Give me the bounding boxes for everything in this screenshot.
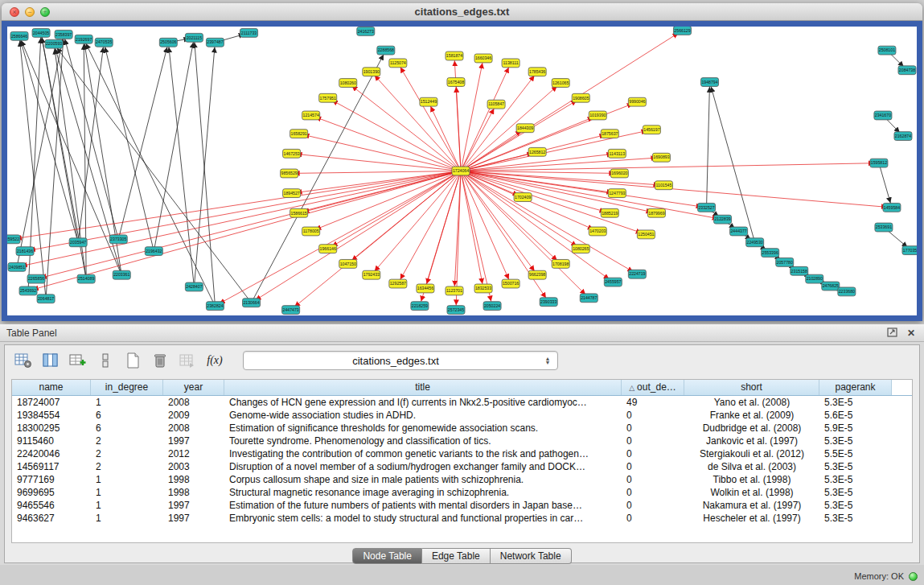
table-cell-title[interactable]: Investigating the contribution of common… xyxy=(224,447,622,460)
table-cell-out_de[interactable]: 0 xyxy=(622,486,684,499)
table-row[interactable]: 946362711997Embryonic stem cells: a mode… xyxy=(12,512,912,525)
column-header-year[interactable]: year xyxy=(163,380,224,395)
graph-node[interactable]: 2265856 xyxy=(27,274,45,283)
table-cell-short[interactable]: Wolkin et al. (1998) xyxy=(684,486,819,499)
graph-node[interactable]: 2224719 xyxy=(628,270,646,278)
graph-node[interactable]: 2476825 xyxy=(822,282,840,290)
graph-node[interactable]: 2050224 xyxy=(483,302,501,311)
table-cell-year[interactable]: 2008 xyxy=(163,396,224,409)
table-cell-short[interactable]: Tibbo et al. (1998) xyxy=(684,473,819,486)
table-cell-in_degree[interactable]: 1 xyxy=(91,473,163,486)
tab-node-table[interactable]: Node Table xyxy=(352,548,422,564)
table-cell-in_degree[interactable]: 6 xyxy=(91,422,163,435)
graph-node[interactable]: 2514089 xyxy=(77,274,95,283)
table-cell-title[interactable]: Changes of HCN gene expression and I(f) … xyxy=(224,396,622,409)
table-cell-short[interactable]: Hescheler et al. (1997) xyxy=(684,512,819,525)
table-cell-out_de[interactable]: 0 xyxy=(622,447,684,460)
graph-node[interactable]: 2572345 xyxy=(447,306,465,315)
table-row[interactable]: 977716911998Corpus callosum shape and si… xyxy=(12,473,912,486)
table-cell-title[interactable]: Tourette syndrome. Phenomenology and cla… xyxy=(224,435,622,447)
table-cell-short[interactable]: Dudbridge et al. (2008) xyxy=(684,422,819,435)
column-header-name[interactable]: name xyxy=(12,380,91,395)
table-cell-name[interactable]: 9465546 xyxy=(12,499,91,512)
table-cell-year[interactable]: 1997 xyxy=(163,499,224,512)
graph-node[interactable]: 1512449 xyxy=(420,97,437,106)
graph-node[interactable]: 2084738 xyxy=(898,66,916,75)
graph-node[interactable]: 1660346 xyxy=(474,54,492,63)
table-cell-year[interactable]: 1998 xyxy=(163,473,224,486)
graph-node[interactable]: 2428407 xyxy=(185,282,203,291)
graph-node[interactable]: 1125074 xyxy=(389,59,407,68)
graph-node[interactable]: 2409851 xyxy=(8,262,26,271)
graph-node[interactable]: 1470203 xyxy=(589,227,606,236)
graph-node[interactable]: 2122839 xyxy=(714,215,732,224)
table-row[interactable]: 2242004622012Investigating the contribut… xyxy=(12,447,912,460)
graph-node[interactable]: 1966146 xyxy=(319,245,337,253)
table-row[interactable]: 1872400712008Changes of HCN gene express… xyxy=(12,396,912,409)
tab-network-table[interactable]: Network Table xyxy=(491,548,572,564)
table-cell-in_degree[interactable]: 2 xyxy=(91,435,163,447)
graph-node[interactable]: 1708198 xyxy=(552,259,569,268)
column-header-title[interactable]: title xyxy=(224,380,622,395)
graph-node[interactable]: 2196432 xyxy=(145,247,162,256)
graph-node[interactable]: 1901390 xyxy=(363,68,380,76)
graph-node[interactable]: 1250451 xyxy=(637,230,655,239)
minimize-window-button[interactable]: − xyxy=(25,7,35,17)
graph-node[interactable]: 2332527 xyxy=(698,203,716,212)
table-cell-in_degree[interactable]: 1 xyxy=(91,499,163,512)
table-cell-pagerank[interactable]: 5.9E-5 xyxy=(819,422,892,435)
graph-node[interactable]: 1634456 xyxy=(417,284,434,293)
graph-node[interactable]: 2416273 xyxy=(357,27,375,35)
graph-node[interactable]: 2144787 xyxy=(580,294,598,303)
graph-node[interactable]: 1047150 xyxy=(339,259,357,268)
table-cell-in_degree[interactable]: 2 xyxy=(91,447,163,460)
table-selector-dropdown[interactable]: citations_edges.txt ▲▼ xyxy=(243,351,558,370)
graph-node[interactable]: 2390333 xyxy=(540,298,557,307)
window-titlebar[interactable]: × − + citations_edges.txt xyxy=(2,3,922,21)
column-header-pagerank[interactable]: pagerank xyxy=(819,380,892,395)
network-canvas[interactable]: 1724064158187416603461138111178543612610… xyxy=(7,27,917,315)
table-cell-year[interactable]: 1998 xyxy=(163,486,224,499)
graph-node[interactable]: 2200593 xyxy=(45,39,63,48)
table-cell-title[interactable]: Structural magnetic resonance image aver… xyxy=(224,486,622,499)
graph-node[interactable]: 2057780 xyxy=(776,257,794,266)
graph-node[interactable]: 1908605 xyxy=(572,93,589,102)
table-cell-out_de[interactable]: 49 xyxy=(622,396,684,409)
table-row[interactable]: 969969511998Structural magnetic resonanc… xyxy=(12,486,912,499)
create-column-icon[interactable] xyxy=(68,350,88,371)
graph-node[interactable]: 1885219 xyxy=(601,208,618,217)
table-row[interactable]: 946554611997Estimation of the future num… xyxy=(12,499,912,512)
close-panel-icon[interactable]: ✕ xyxy=(905,328,918,339)
graph-node[interactable]: 2358397 xyxy=(55,30,72,39)
table-cell-in_degree[interactable]: 1 xyxy=(91,396,163,409)
graph-node[interactable]: 1894527 xyxy=(283,189,301,198)
graph-node[interactable]: 2044505 xyxy=(32,28,50,37)
table-cell-year[interactable]: 2003 xyxy=(163,460,224,473)
table-row[interactable]: 1938455462009Genome-wide association stu… xyxy=(12,409,912,422)
table-cell-name[interactable]: 18724007 xyxy=(12,396,91,409)
graph-node[interactable]: 1586615 xyxy=(290,208,308,217)
graph-node[interactable]: 1675408 xyxy=(447,78,465,87)
graph-node[interactable]: 1080260 xyxy=(339,79,357,88)
graph-node[interactable]: 1690893 xyxy=(652,153,670,162)
table-cell-short[interactable]: Yano et al. (2008) xyxy=(684,396,819,409)
column-header-out_de[interactable]: △out_de… xyxy=(622,380,684,395)
graph-node[interactable]: 2102890 xyxy=(806,274,823,283)
table-cell-out_de[interactable]: 0 xyxy=(622,409,684,422)
graph-node[interactable]: 1467253 xyxy=(283,149,301,158)
table-cell-name[interactable]: 22420046 xyxy=(12,447,91,460)
table-cell-title[interactable]: Estimation of significance thresholds fo… xyxy=(224,422,622,435)
table-cell-name[interactable]: 14569117 xyxy=(12,460,91,473)
graph-node[interactable]: 1292587 xyxy=(389,279,407,288)
graph-node[interactable]: 2218259 xyxy=(411,302,429,311)
table-cell-out_de[interactable]: 0 xyxy=(622,499,684,512)
graph-node[interactable]: 1500716 xyxy=(502,279,519,288)
graph-node[interactable]: 1138111 xyxy=(502,59,519,68)
graph-node[interactable]: 2373305 xyxy=(109,235,127,244)
graph-node[interactable]: 1702409 xyxy=(514,193,532,202)
graph-node[interactable]: 2203361 xyxy=(113,270,130,279)
graph-node[interactable]: 1757951 xyxy=(319,93,337,102)
table-cell-pagerank[interactable]: 5.3E-5 xyxy=(819,512,892,525)
table-cell-out_de[interactable]: 0 xyxy=(622,512,684,525)
graph-node[interactable]: 2397487 xyxy=(206,38,224,47)
